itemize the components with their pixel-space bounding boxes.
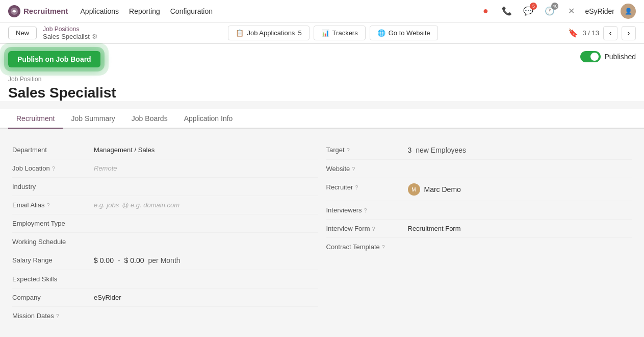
breadcrumb: Job Positions Sales Specialist ⚙: [43, 26, 98, 40]
expected-skills-label: Expected Skills: [12, 275, 94, 283]
mission-dates-label: Mission Dates ?: [12, 312, 94, 320]
tab-job-boards[interactable]: Job Boards: [123, 109, 176, 129]
email-alias-value-wrap: e.g. jobs @ e.g. domain.com: [94, 201, 179, 209]
prev-button[interactable]: ‹: [603, 26, 617, 40]
app-name: Recruitment: [23, 7, 68, 15]
interview-form-label: Interview Form ?: [326, 225, 408, 232]
breadcrumb-parent[interactable]: Job Positions: [43, 26, 98, 33]
department-row: Department Management / Sales: [12, 141, 318, 159]
email-alias-row: Email Alias ? e.g. jobs @ e.g. domain.co…: [12, 196, 318, 214]
recruiter-value: M Marc Demo: [408, 183, 461, 196]
publish-on-job-board-button[interactable]: Publish on Job Board: [8, 51, 100, 67]
mission-dates-help-icon[interactable]: ?: [56, 313, 59, 319]
tab-application-info[interactable]: Application Info: [176, 109, 241, 129]
job-title[interactable]: Sales Specialist: [8, 85, 636, 101]
tab-job-summary[interactable]: Job Summary: [63, 109, 123, 129]
target-label: Target ?: [326, 146, 408, 154]
pagination: 3 / 13: [582, 29, 599, 37]
trackers-label: Trackers: [332, 29, 358, 37]
recruiter-help-icon[interactable]: ?: [355, 184, 358, 190]
interviewers-help-icon[interactable]: ?: [364, 207, 367, 213]
tabs: Recruitment Job Summary Job Boards Appli…: [0, 109, 644, 129]
nav-reporting[interactable]: Reporting: [129, 7, 160, 15]
chat-icon[interactable]: 💬 5: [521, 4, 536, 19]
email-alias-domain: @ e.g. domain.com: [122, 201, 179, 209]
email-alias-placeholder[interactable]: e.g. jobs: [94, 201, 119, 209]
interviewers-label: Interviewers ?: [326, 206, 408, 214]
interview-form-value[interactable]: Recruitment Form: [408, 225, 632, 232]
logo-icon: [8, 5, 20, 17]
go-to-website-label: Go to Website: [389, 29, 430, 37]
email-alias-label: Email Alias ?: [12, 201, 94, 209]
gear-icon[interactable]: ⚙: [92, 33, 98, 40]
department-value: Management / Sales: [94, 146, 318, 154]
salary-range-label: Salary Range: [12, 256, 94, 264]
new-button[interactable]: New: [8, 27, 37, 39]
target-suffix: new Employees: [416, 146, 466, 154]
contract-template-row: Contract Template ?: [326, 238, 632, 256]
published-toggle[interactable]: [580, 51, 601, 62]
industry-row: Industry: [12, 178, 318, 196]
publish-section: Publish on Job Board: [8, 51, 100, 67]
published-label: Published: [605, 53, 636, 61]
job-position-label: Job Position: [8, 76, 636, 83]
job-applications-label: Job Applications: [247, 29, 295, 37]
email-alias-help-icon[interactable]: ?: [47, 202, 50, 208]
mission-dates-row: Mission Dates ?: [12, 307, 318, 325]
nav-links: Applications Reporting Configuration: [81, 7, 213, 15]
company-label: Company: [12, 294, 94, 301]
job-applications-button[interactable]: 📋 Job Applications 5: [228, 26, 309, 40]
cross-icon[interactable]: ✕: [563, 4, 579, 19]
website-help-icon[interactable]: ?: [352, 166, 355, 172]
company-row: Company eSyRider: [12, 288, 318, 307]
target-row: Target ? 3 new Employees: [326, 141, 632, 160]
trackers-icon: 📊: [321, 29, 329, 37]
working-schedule-label: Working Schedule: [12, 238, 94, 246]
next-button[interactable]: ›: [622, 26, 636, 40]
action-bar-right: 🔖 3 / 13 ‹ ›: [568, 26, 636, 40]
recruiter-row: Recruiter ? M Marc Demo: [326, 178, 632, 201]
employment-type-row: Employment Type: [12, 214, 318, 233]
working-schedule-row: Working Schedule: [12, 233, 318, 251]
tab-recruitment[interactable]: Recruitment: [8, 109, 63, 129]
interviewers-row: Interviewers ?: [326, 201, 632, 220]
industry-label: Industry: [12, 183, 94, 190]
user-name: eSyRider: [585, 7, 614, 15]
status-red-icon[interactable]: ●: [478, 4, 493, 19]
target-help-icon[interactable]: ?: [347, 147, 350, 153]
salary-to[interactable]: $ 0.00: [124, 256, 144, 264]
recruiter-name[interactable]: Marc Demo: [424, 185, 461, 194]
job-applications-count: 5: [298, 29, 301, 37]
salary-range-value: $ 0.00 - $ 0.00 per Month: [94, 256, 181, 264]
globe-icon: 🌐: [377, 29, 385, 37]
clock-icon[interactable]: 🕐 40: [542, 4, 557, 19]
interview-form-help-icon[interactable]: ?: [372, 226, 375, 232]
salary-dash: -: [118, 256, 120, 264]
nav-applications[interactable]: Applications: [81, 7, 119, 15]
navbar: Recruitment Applications Reporting Confi…: [0, 0, 644, 22]
department-label: Department: [12, 146, 94, 154]
form-right-col: Target ? 3 new Employees Website ? Recru…: [322, 141, 636, 325]
trackers-button[interactable]: 📊 Trackers: [314, 26, 366, 40]
chat-badge: 5: [530, 3, 537, 10]
app-logo[interactable]: Recruitment: [8, 5, 68, 17]
job-location-help-icon[interactable]: ?: [52, 165, 55, 172]
target-value-wrap: 3 new Employees: [408, 146, 467, 154]
phone-icon[interactable]: 📞: [499, 4, 514, 19]
user-avatar[interactable]: 👤: [621, 4, 636, 19]
go-to-website-button[interactable]: 🌐 Go to Website: [370, 26, 438, 40]
form-left-col: Department Management / Sales Job Locati…: [8, 141, 322, 325]
job-location-value[interactable]: Remote: [94, 164, 117, 172]
website-label: Website ?: [326, 165, 408, 173]
form-area: Job Position Sales Specialist: [0, 67, 644, 101]
published-toggle-row: Published: [580, 51, 636, 62]
interview-form-row: Interview Form ? Recruitment Form: [326, 220, 632, 238]
action-bar-actions: 📋 Job Applications 5 📊 Trackers 🌐 Go to …: [228, 26, 437, 40]
nav-configuration[interactable]: Configuration: [170, 7, 213, 15]
bookmark-icon[interactable]: 🔖: [568, 28, 578, 38]
salary-period: per Month: [148, 256, 181, 264]
job-applications-icon: 📋: [236, 29, 244, 37]
salary-from[interactable]: $ 0.00: [94, 256, 114, 264]
contract-template-help-icon[interactable]: ?: [382, 244, 385, 250]
target-value[interactable]: 3: [408, 146, 412, 154]
